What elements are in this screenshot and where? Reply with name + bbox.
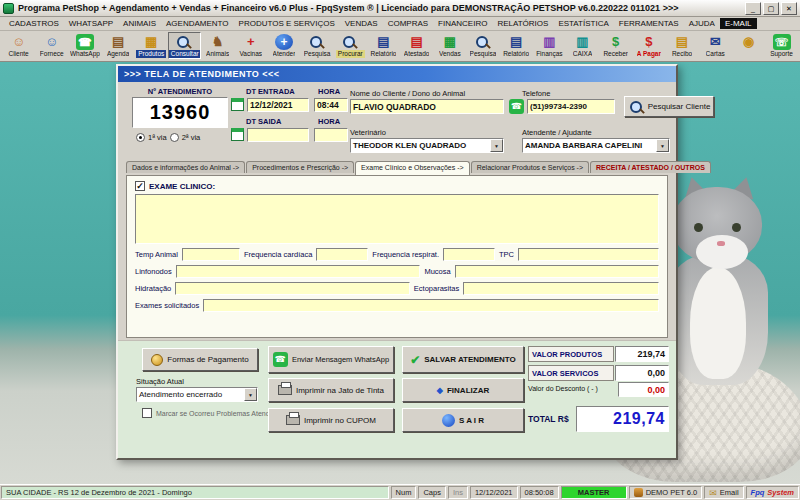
menu-item[interactable]: WHATSAPP xyxy=(64,18,118,29)
toolbar-button[interactable]: ✉ Cartas xyxy=(699,32,732,59)
cashier-icon: ▥ xyxy=(574,34,592,50)
formas-pagamento-button[interactable]: Formas de Pagamento xyxy=(142,348,258,371)
sair-button[interactable]: S A I R xyxy=(402,408,524,432)
toolbar-button[interactable]: + Vacinas xyxy=(234,32,267,59)
menu-item[interactable]: CADASTROS xyxy=(4,18,64,29)
problemas-checkbox[interactable] xyxy=(142,408,152,418)
exames-solicitados-field[interactable] xyxy=(203,299,659,312)
maximize-button[interactable]: ▢ xyxy=(763,2,779,15)
toolbar-button[interactable]: ◉ xyxy=(732,32,765,51)
menu-item[interactable]: AGENDAMENTO xyxy=(161,18,234,29)
menu-item[interactable]: AJUDA xyxy=(684,18,720,29)
tab-produtos-servicos[interactable]: Relacionar Produtos e Serviços -> xyxy=(471,161,589,173)
calendar-icon[interactable] xyxy=(231,128,244,141)
chevron-down-icon[interactable]: ▼ xyxy=(244,388,257,401)
toolbar-button[interactable]: $ Receber xyxy=(599,32,632,59)
hora-entrada-field[interactable]: 08:44 xyxy=(314,98,348,112)
toolbar-button[interactable]: ▤ Recibo xyxy=(665,32,698,59)
enviar-whatsapp-button[interactable]: ☎ Enviar Mensagem WhatsApp xyxy=(268,346,394,373)
tab-dados-animal[interactable]: Dados e informações do Animal -> xyxy=(126,161,245,173)
ectoparasitas-field[interactable] xyxy=(463,282,659,295)
cat-nose xyxy=(717,241,725,246)
via2-radio[interactable] xyxy=(170,133,179,142)
atendente-label: Atendente / Ajudante xyxy=(522,128,592,137)
veterinario-dropdown[interactable]: THEODOR KLEN QUADRADO ▼ xyxy=(350,138,504,153)
toolbar-button[interactable]: ▤ Atestado xyxy=(400,32,433,59)
toolbar-button[interactable]: ☎ WhatsApp xyxy=(68,32,101,59)
pet-icon xyxy=(634,488,643,497)
toolbar-label: Animais xyxy=(206,50,229,58)
menu-item[interactable]: PRODUTOS E SERVIÇOS xyxy=(234,18,340,29)
toolbar-button[interactable]: ▦ Produtos xyxy=(135,32,168,59)
toolbar-button[interactable]: Procurar xyxy=(334,32,367,59)
toolbar-button[interactable]: ☺ Fornece xyxy=(35,32,68,59)
menu-item[interactable]: E-MAIL xyxy=(720,18,757,29)
close-button[interactable]: ✕ xyxy=(781,2,797,15)
toolbar-button[interactable]: ▤ Relatório xyxy=(500,32,533,59)
status-bar: SUA CIDADE - RS 12 de Dezembro de 2021 -… xyxy=(0,484,800,500)
minimize-button[interactable]: _ xyxy=(745,2,761,15)
exame-notes-textarea[interactable] xyxy=(135,194,659,244)
toolbar-button[interactable]: ▤ Agenda xyxy=(102,32,135,59)
menu-item[interactable]: ESTATÍSTICA xyxy=(553,18,613,29)
toolbar-button[interactable]: ☺ Cliente xyxy=(2,32,35,59)
menu-item[interactable]: VENDAS xyxy=(340,18,383,29)
chevron-down-icon[interactable]: ▼ xyxy=(656,139,669,152)
toolbar-button[interactable]: Pesquisa xyxy=(301,32,334,59)
menu-item[interactable]: RELATÓRIOS xyxy=(492,18,553,29)
exame-clinico-checkbox[interactable]: ✓ xyxy=(135,181,145,191)
dt-entrada-field[interactable]: 12/12/2021 xyxy=(247,98,309,112)
toolbar-button[interactable]: ▦ Vendas xyxy=(433,32,466,59)
valor-produtos-label: VALOR PRODUTOS xyxy=(528,346,614,362)
toolbar-button[interactable]: ▥ CAIXA xyxy=(566,32,599,59)
tab-receita-atestado[interactable]: RECEITA / ATESTADO / OUTROS xyxy=(590,161,711,173)
exames-solicitados-label: Exames solicitados xyxy=(135,301,199,310)
temp-field[interactable] xyxy=(182,248,240,261)
toolbar-button[interactable]: $ A Pagar xyxy=(632,32,665,59)
freq-resp-field[interactable] xyxy=(443,248,495,261)
toolbar-button[interactable]: + Atender xyxy=(267,32,300,59)
hora-entrada-label: HORA xyxy=(318,87,340,96)
finalizar-button[interactable]: ◆ FINALIZAR xyxy=(402,378,524,402)
status-email[interactable]: ✉ Email xyxy=(704,486,743,499)
toolbar-label: CAIXA xyxy=(573,50,593,58)
receipt-icon: ▤ xyxy=(673,34,691,50)
telefone-field[interactable]: (51)99734-2390 xyxy=(527,99,615,114)
situacao-dropdown[interactable]: Atendimento encerrado ▼ xyxy=(136,387,258,402)
menu-item[interactable]: COMPRAS xyxy=(383,18,433,29)
chevron-down-icon[interactable]: ▼ xyxy=(490,139,503,152)
toolbar-button[interactable]: Pesquisa xyxy=(466,32,499,59)
products-icon: ▦ xyxy=(142,34,160,50)
whatsapp-icon[interactable]: ☎ xyxy=(509,99,524,114)
linfonodos-field[interactable] xyxy=(176,265,421,278)
salvar-atendimento-button[interactable]: ✔ SALVAR ATENDIMENTO xyxy=(402,346,524,373)
tpc-field[interactable] xyxy=(518,248,659,261)
menu-item[interactable]: ANIMAIS xyxy=(118,18,161,29)
pesquisar-cliente-button[interactable]: Pesquisar Cliente xyxy=(624,96,714,117)
menu-item[interactable]: FERRAMENTAS xyxy=(614,18,684,29)
hora-saida-field[interactable] xyxy=(314,128,348,142)
freq-card-field[interactable] xyxy=(316,248,368,261)
menu-bar: CADASTROS WHATSAPP ANIMAIS AGENDAMENTO P… xyxy=(0,17,800,31)
via1-radio[interactable] xyxy=(136,133,145,142)
atendente-dropdown[interactable]: AMANDA BARBARA CAPELINI ▼ xyxy=(522,138,670,153)
toolbar-label: Cartas xyxy=(706,50,725,58)
mucosa-field[interactable] xyxy=(455,265,659,278)
hidratacao-field[interactable] xyxy=(175,282,410,295)
toolbar-button[interactable]: ♞ Animais xyxy=(201,32,234,59)
cliente-field[interactable]: FLAVIO QUADRADO xyxy=(350,99,504,114)
calendar-icon[interactable] xyxy=(231,98,244,111)
toolbar-button[interactable]: ☏ Suporte xyxy=(765,32,798,59)
imprimir-jato-button[interactable]: Imprimir na Jato de Tinta xyxy=(268,378,394,402)
toolbar-button[interactable]: Consultar xyxy=(168,32,201,59)
menu-item[interactable]: FINANCEIRO xyxy=(433,18,492,29)
sales-report-icon: ▤ xyxy=(507,34,525,50)
tab-procedimentos[interactable]: Procedimentos e Prescrição -> xyxy=(246,161,354,173)
search-icon xyxy=(308,34,326,50)
tab-exame-clinico[interactable]: Exame Clínico e Observações -> xyxy=(355,161,470,175)
window-titlebar[interactable]: >>> TELA DE ATENDIMENTO <<< xyxy=(118,66,676,82)
toolbar-button[interactable]: ▥ Finanças xyxy=(533,32,566,59)
toolbar-button[interactable]: ▤ Relatório xyxy=(367,32,400,59)
dt-saida-field[interactable] xyxy=(247,128,309,142)
imprimir-cupom-button[interactable]: Imprimir no CUPOM xyxy=(268,408,394,432)
